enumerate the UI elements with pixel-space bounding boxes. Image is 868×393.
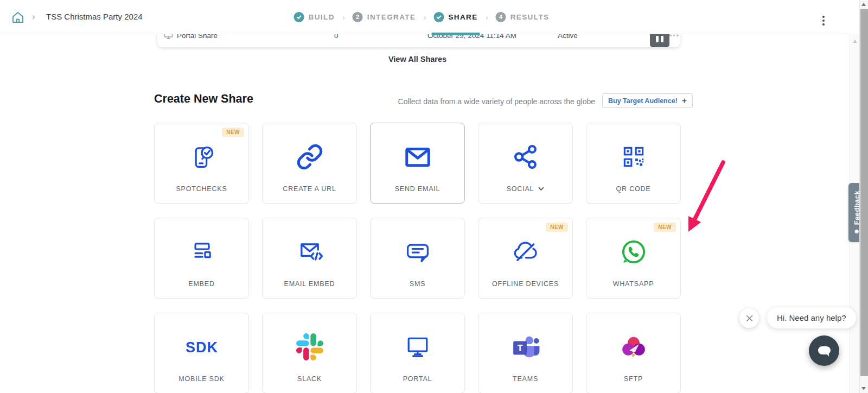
chevron-right-icon: › [423,12,426,22]
sftp-icon [620,313,647,375]
email-icon [403,123,432,185]
chevron-right-icon: › [342,12,345,22]
buy-target-audience-button[interactable]: Buy Target Audience! + [602,93,693,108]
share-card-send-email[interactable]: SEND EMAIL [370,123,465,204]
share-card-email-embed[interactable]: EMAIL EMBED [262,218,357,299]
share-option-label: SLACK [297,375,322,383]
chat-greeting-bubble[interactable]: Hi. Need any help? [767,307,856,328]
new-badge: NEW [654,223,676,232]
step-integrate[interactable]: 2 INTEGRATE [353,0,416,34]
share-card-embed[interactable]: EMBED [154,218,249,299]
share-card-spotchecks[interactable]: NEW SPOTCHECKS [154,123,249,204]
chat-dismiss-button[interactable] [739,308,759,328]
step-status-icon [433,12,444,22]
share-option-label: MOBILE SDK [178,375,224,383]
breadcrumb[interactable]: TSS Christmas Party 2024 [46,0,143,34]
sms-icon [404,218,432,280]
portal-icon [404,313,432,375]
chat-greeting-text: Hi. Need any help? [777,313,846,322]
step-status-icon [294,12,304,22]
whatsapp-icon [619,218,648,280]
share-option-label: SMS [410,280,426,288]
spotchecks-icon [188,123,216,185]
page-title: Create New Share [154,92,253,106]
scroll-down-icon [861,387,866,390]
new-badge: NEW [546,223,568,232]
share-card-offline-devices[interactable]: NEW OFFLINE DEVICES [478,218,573,299]
close-icon [745,314,754,322]
chat-bubble-icon [817,344,832,358]
email-embed-icon [295,218,324,280]
share-card-social[interactable]: SOCIAL [478,123,573,204]
chevron-right-icon: › [32,0,35,34]
annotation-arrow [675,159,727,236]
link-icon [296,123,323,185]
view-all-shares-link[interactable]: View All Shares [154,55,681,64]
share-option-label: CREATE A URL [283,185,336,193]
share-option-label: SEND EMAIL [395,185,441,193]
slack-icon [296,313,323,375]
chevron-down-icon [538,187,544,191]
share-option-label: EMAIL EMBED [284,280,335,288]
share-card-qr-code[interactable]: QR CODE [586,123,681,204]
share-option-label: SPOTCHECKS [176,185,227,193]
share-option-label: EMBED [188,280,214,288]
more-options-icon[interactable] [820,14,827,28]
share-option-label: WHATSAPP [613,280,654,288]
qr-code-icon [620,123,647,185]
share-options-grid: NEW SPOTCHECKS CREATE A URL SEND EMAIL S… [154,123,681,393]
scrollbar-thumb [860,9,868,376]
share-option-label: TEAMS [513,375,538,383]
chat-launcher-button[interactable] [809,335,839,366]
social-share-icon [512,123,540,185]
mobile-sdk-icon: SDK [184,313,220,375]
share-card-create-a-url[interactable]: CREATE A URL [262,123,357,204]
new-badge: NEW [222,128,244,137]
top-header: › TSS Christmas Party 2024 BUILD › 2 INT… [0,0,868,34]
share-option-label: QR CODE [616,185,651,193]
step-status-icon: 4 [496,12,506,22]
plus-icon: + [682,97,687,105]
share-card-mobile-sdk[interactable]: SDK MOBILE SDK [154,313,249,393]
scroll-up-icon [861,3,866,6]
teams-icon: T [511,313,540,375]
progress-stepper: BUILD › 2 INTEGRATE › SHARE › 4 RESULTS [294,0,550,34]
embed-icon [188,218,216,280]
share-card-teams[interactable]: T TEAMS [478,313,573,393]
browser-scrollbar[interactable] [859,0,868,393]
share-option-label: PORTAL [403,375,432,383]
share-card-portal[interactable]: PORTAL [370,313,465,393]
svg-text:SDK: SDK [185,339,218,356]
step-share[interactable]: SHARE [433,0,477,34]
share-card-slack[interactable]: SLACK [262,313,357,393]
offline-devices-icon [511,218,540,280]
share-card-whatsapp[interactable]: NEW WHATSAPP [586,218,681,299]
share-option-label: SFTP [624,375,643,383]
home-icon[interactable] [11,10,25,24]
share-card-sms[interactable]: SMS [370,218,465,299]
section-subtitle: Collect data from a wide variety of peop… [398,97,595,106]
share-page: Portal Share 0 October 29, 2024 11:14 AM… [0,0,868,393]
share-option-label: SOCIAL [507,185,534,193]
chevron-right-icon: › [486,12,488,22]
step-results[interactable]: 4 RESULTS [496,0,550,34]
step-build[interactable]: BUILD [294,0,335,34]
share-option-label: OFFLINE DEVICES [492,280,559,288]
step-status-icon: 2 [353,12,363,22]
svg-text:T: T [517,343,522,353]
row-more-icon[interactable] [669,34,679,36]
share-card-sftp[interactable]: SFTP [586,313,681,393]
